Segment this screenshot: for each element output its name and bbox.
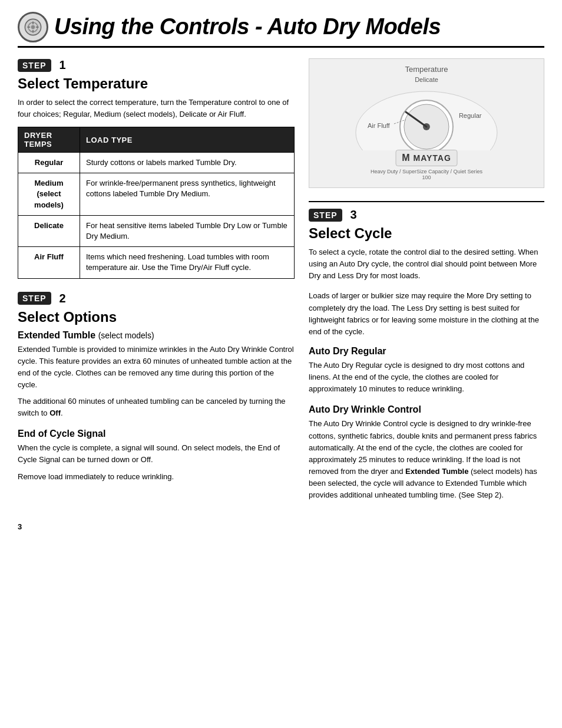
extended-tumble-title: Extended Tumble (select models) bbox=[18, 330, 295, 341]
temp-delicate: Delicate bbox=[18, 215, 80, 246]
dryer-diagram: Temperature Delicate Air Fluff bbox=[309, 58, 544, 188]
desc-regular: Sturdy cottons or labels marked Tumble D… bbox=[80, 153, 295, 173]
step2-number: 2 bbox=[59, 292, 66, 305]
table-row: Medium(select models) For wrinkle-free/p… bbox=[18, 173, 295, 216]
extended-tumble-body1: Extended Tumble is provided to minimize … bbox=[18, 344, 295, 391]
dryer-icon bbox=[18, 12, 48, 42]
maytag-subtext: Heavy Duty / SuperSize Capacity / Quiet … bbox=[368, 169, 485, 180]
end-of-cycle-title: End of Cycle Signal bbox=[18, 429, 295, 439]
auto-dry-regular-section: Auto Dry Regular The Auto Dry Regular cy… bbox=[309, 346, 544, 395]
step3-title: Select Cycle bbox=[309, 225, 544, 242]
table-row: Regular Sturdy cottons or labels marked … bbox=[18, 153, 295, 173]
col-dryer-temps: DRYER TEMPS bbox=[18, 127, 80, 153]
step1-badge: STEP bbox=[18, 59, 51, 72]
extended-tumble-bold: Extended Tumble bbox=[405, 467, 468, 476]
temp-medium: Medium(select models) bbox=[18, 173, 80, 216]
step1-intro: In order to select the correct temperatu… bbox=[18, 97, 295, 120]
desc-delicate: For heat sensitive items labeled Tumble … bbox=[80, 215, 295, 246]
left-column: STEP 1 Select Temperature In order to se… bbox=[18, 58, 295, 510]
maytag-logo: M MAYTAG bbox=[395, 150, 458, 166]
step3-badge: STEP bbox=[309, 209, 342, 222]
extended-tumble-section: Extended Tumble (select models) Extended… bbox=[18, 330, 295, 420]
auto-dry-regular-body: The Auto Dry Regular cycle is designed t… bbox=[309, 360, 544, 395]
step3-intro: To select a cycle, rotate the control di… bbox=[309, 246, 544, 282]
col-load-type: LOAD TYPE bbox=[80, 127, 295, 153]
off-bold: Off bbox=[49, 409, 61, 417]
auto-dry-wrinkle-title: Auto Dry Wrinkle Control bbox=[309, 404, 544, 415]
dial-svg-wrapper: Air Fluff Regular bbox=[321, 85, 532, 150]
auto-dry-regular-title: Auto Dry Regular bbox=[309, 346, 544, 357]
main-content: STEP 1 Select Temperature In order to se… bbox=[18, 58, 544, 510]
temp-airfluff: Air Fluff bbox=[18, 247, 80, 278]
page-number: 3 bbox=[18, 522, 544, 531]
svg-point-2 bbox=[31, 25, 35, 29]
table-row: Delicate For heat sensitive items labele… bbox=[18, 215, 295, 246]
step2-row: STEP 2 bbox=[18, 292, 295, 305]
step3-number: 3 bbox=[351, 208, 357, 222]
temps-table: DRYER TEMPS LOAD TYPE Regular Sturdy cot… bbox=[18, 127, 295, 279]
table-row: Air Fluff Items which need freshening. L… bbox=[18, 247, 295, 278]
desc-airfluff: Items which need freshening. Load tumble… bbox=[80, 247, 295, 278]
maytag-m-icon: M bbox=[402, 153, 409, 163]
step1-number: 1 bbox=[59, 58, 66, 72]
end-of-cycle-section: End of Cycle Signal When the cycle is co… bbox=[18, 429, 295, 482]
step2-title: Select Options bbox=[18, 309, 295, 325]
desc-medium: For wrinkle-free/permanent press synthet… bbox=[80, 173, 295, 216]
maytag-label: M MAYTAG Heavy Duty / SuperSize Capacity… bbox=[368, 150, 485, 180]
dial-temperature-label: Temperature bbox=[321, 65, 532, 74]
step1-row: STEP 1 bbox=[18, 58, 295, 72]
step3-section: STEP 3 Select Cycle To select a cycle, r… bbox=[309, 208, 544, 501]
maytag-logo-text: MAYTAG bbox=[413, 153, 451, 163]
step1-title: Select Temperature bbox=[18, 75, 295, 92]
extended-tumble-body2: The additional 60 minutes of unheated tu… bbox=[18, 396, 295, 419]
dial-delicate-label: Delicate bbox=[321, 76, 532, 83]
auto-dry-wrinkle-section: Auto Dry Wrinkle Control The Auto Dry Wr… bbox=[309, 404, 544, 501]
step3-intro2: Loads of larger or bulkier size may requ… bbox=[309, 290, 544, 338]
page-title: Using the Controls - Auto Dry Models bbox=[54, 15, 441, 39]
step2-badge: STEP bbox=[18, 292, 51, 305]
select-models-label: (select models) bbox=[98, 331, 154, 340]
auto-dry-wrinkle-body: The Auto Dry Wrinkle Control cycle is de… bbox=[309, 418, 544, 501]
end-of-cycle-body1: When the cycle is complete, a signal wil… bbox=[18, 442, 295, 466]
section-separator bbox=[309, 201, 544, 202]
end-of-cycle-body2: Remove load immediately to reduce wrinkl… bbox=[18, 471, 295, 483]
svg-text:Air Fluff: Air Fluff bbox=[368, 122, 391, 129]
svg-text:Regular: Regular bbox=[459, 112, 482, 119]
extended-tumble-label: Extended Tumble bbox=[18, 330, 95, 340]
right-column: Temperature Delicate Air Fluff bbox=[309, 58, 544, 510]
temp-regular: Regular bbox=[18, 153, 80, 173]
step3-row: STEP 3 bbox=[309, 208, 544, 222]
page-header: Using the Controls - Auto Dry Models bbox=[18, 12, 544, 48]
